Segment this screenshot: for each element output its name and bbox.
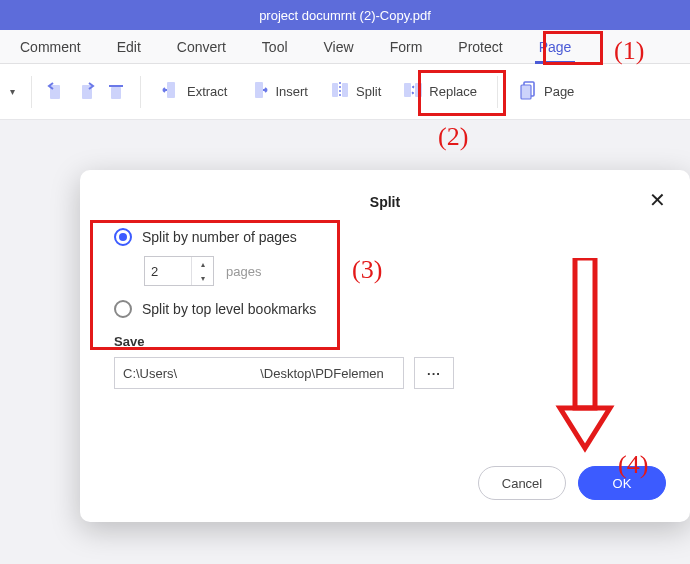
replace-button[interactable]: Replace — [395, 72, 485, 112]
page-count-input[interactable] — [145, 257, 191, 285]
split-button[interactable]: Split — [322, 72, 389, 112]
extract-button[interactable]: Extract — [153, 72, 235, 112]
menu-convert[interactable]: Convert — [159, 30, 244, 64]
cancel-button[interactable]: Cancel — [478, 466, 566, 500]
svg-rect-4 — [167, 82, 175, 98]
extract-label: Extract — [187, 84, 227, 99]
delete-page-icon[interactable] — [104, 80, 128, 104]
insert-icon — [249, 80, 269, 103]
browse-button[interactable]: ··· — [414, 357, 454, 389]
insert-label: Insert — [275, 84, 308, 99]
menu-page[interactable]: Page — [521, 30, 590, 64]
separator — [140, 76, 141, 108]
split-label: Split — [356, 84, 381, 99]
rotate-right-icon[interactable] — [74, 80, 98, 104]
page-button[interactable]: Page — [510, 72, 582, 112]
radio-by-pages-label: Split by number of pages — [142, 229, 297, 245]
insert-button[interactable]: Insert — [241, 72, 316, 112]
title-bar: project documrnt (2)-Copy.pdf — [0, 0, 690, 30]
split-dialog: Split ✕ Split by number of pages ▴ ▾ pag… — [80, 170, 690, 522]
menu-tool[interactable]: Tool — [244, 30, 306, 64]
dialog-title: Split — [370, 194, 400, 210]
replace-icon — [403, 80, 423, 103]
radio-selected-icon — [114, 228, 132, 246]
radio-by-bookmarks-label: Split by top level bookmarks — [142, 301, 316, 317]
extract-icon — [161, 80, 181, 103]
templates-dropdown[interactable]: ▾ — [4, 82, 19, 101]
menu-protect[interactable]: Protect — [440, 30, 520, 64]
spinner-up-icon[interactable]: ▴ — [192, 257, 213, 271]
svg-rect-6 — [332, 83, 338, 97]
split-icon — [330, 80, 350, 103]
svg-rect-10 — [415, 83, 422, 97]
menu-form[interactable]: Form — [372, 30, 441, 64]
page-count-spinner[interactable]: ▴ ▾ — [144, 256, 214, 286]
toolbar: ▾ Extract Insert Split Replace — [0, 64, 690, 120]
svg-rect-5 — [255, 82, 263, 98]
separator — [31, 76, 32, 108]
svg-rect-9 — [404, 83, 411, 97]
rotate-left-icon[interactable] — [44, 80, 68, 104]
menu-edit[interactable]: Edit — [99, 30, 159, 64]
separator — [497, 76, 498, 108]
page-label: Page — [544, 84, 574, 99]
document-title: project documrnt (2)-Copy.pdf — [259, 8, 431, 23]
svg-rect-2 — [111, 87, 121, 99]
work-area: Split ✕ Split by number of pages ▴ ▾ pag… — [0, 120, 690, 564]
menu-bar: Comment Edit Convert Tool View Form Prot… — [0, 30, 690, 64]
svg-rect-12 — [521, 85, 531, 99]
chevron-down-icon: ▾ — [10, 86, 15, 97]
svg-rect-7 — [342, 83, 348, 97]
radio-unselected-icon — [114, 300, 132, 318]
radio-split-by-pages[interactable]: Split by number of pages — [114, 228, 666, 246]
radio-split-by-bookmarks[interactable]: Split by top level bookmarks — [114, 300, 666, 318]
save-label: Save — [114, 334, 666, 349]
close-icon[interactable]: ✕ — [649, 190, 666, 210]
spinner-down-icon[interactable]: ▾ — [192, 271, 213, 285]
pages-word: pages — [226, 264, 261, 279]
svg-rect-3 — [109, 85, 123, 87]
save-path-input[interactable] — [114, 357, 404, 389]
menu-comment[interactable]: Comment — [2, 30, 99, 64]
menu-view[interactable]: View — [306, 30, 372, 64]
ok-button[interactable]: OK — [578, 466, 666, 500]
replace-label: Replace — [429, 84, 477, 99]
page-icon — [518, 80, 538, 103]
